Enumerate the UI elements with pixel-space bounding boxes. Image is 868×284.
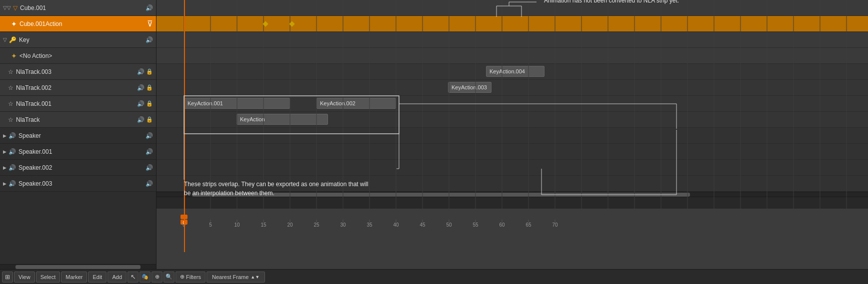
svg-text:40: 40 xyxy=(393,222,399,228)
key-label: Key xyxy=(19,36,144,43)
nlatrack003-mute-icon[interactable]: 🔊 xyxy=(137,68,144,75)
sidebar-scrollbar[interactable] xyxy=(0,264,156,269)
sculpt-tool-button[interactable]: 🎭 xyxy=(140,272,150,283)
sidebar-item-cube001[interactable]: ▽▽ ▽ Cube.001 🔊 xyxy=(0,0,156,16)
sidebar-item-speaker002[interactable]: ▶ 🔊 Speaker.002 🔊 xyxy=(0,160,156,176)
svg-text:60: 60 xyxy=(499,222,505,228)
sidebar-item-speaker003[interactable]: ▶ 🔊 Speaker.003 🔊 xyxy=(0,176,156,192)
no-action-icon: ✦ xyxy=(11,52,17,60)
speaker001-arrow: ▶ xyxy=(3,149,6,154)
timeline-ruler[interactable] xyxy=(156,197,868,209)
speaker003-icon: 🔊 xyxy=(8,180,16,187)
track-row-key xyxy=(156,32,868,48)
track-row-nlatrack xyxy=(156,112,868,128)
svg-text:35: 35 xyxy=(366,222,372,228)
track-row-speaker003 xyxy=(156,176,868,192)
nlatrack-lock-icon[interactable]: 🔒 xyxy=(146,116,153,123)
track-row-nlatrack001 xyxy=(156,96,868,112)
svg-rect-56 xyxy=(180,220,188,225)
cube001-icon: ▽ xyxy=(13,4,18,11)
sidebar-item-nlatrack002[interactable]: ☆ NlaTrack.002 🔊 🔒 xyxy=(0,80,156,96)
svg-text:10: 10 xyxy=(234,222,240,228)
track-row-speaker002 xyxy=(156,160,868,176)
track-row-action xyxy=(156,16,868,32)
speaker001-mute-icon[interactable]: 🔊 xyxy=(146,148,153,155)
layout-icon-button[interactable]: ⊞ xyxy=(2,272,13,283)
svg-text:15: 15 xyxy=(260,222,266,228)
transform-icon: ⊕ xyxy=(155,274,160,280)
nlatrack001-mute-icon[interactable]: 🔊 xyxy=(137,100,144,107)
nlatrack001-label: NlaTrack.001 xyxy=(16,100,135,107)
cube001-label: Cube.001 xyxy=(20,4,144,11)
speaker001-label: Speaker.001 xyxy=(18,148,144,155)
svg-text:65: 65 xyxy=(526,222,532,228)
speaker-mute-icon[interactable]: 🔊 xyxy=(146,132,153,139)
nlatrack003-lock-icon[interactable]: 🔒 xyxy=(146,68,153,75)
content-area: ▽▽ ▽ Cube.001 🔊 ✦ Cube.001Action ⊽ ▽ 🔑 K… xyxy=(0,0,868,269)
timeline-area[interactable]: 0 5 10 15 20 25 30 35 40 45 50 55 60 65 … xyxy=(156,0,868,269)
speaker002-label: Speaker.002 xyxy=(18,164,144,171)
search-icon: 🔍 xyxy=(166,274,172,280)
nearest-frame-label: Nearest Frame xyxy=(212,274,248,280)
nlatrack001-icon: ☆ xyxy=(8,100,14,107)
track-row-nlatrack003 xyxy=(156,64,868,80)
main-container: ▽▽ ▽ Cube.001 🔊 ✦ Cube.001Action ⊽ ▽ 🔑 K… xyxy=(0,0,868,284)
svg-text:20: 20 xyxy=(287,222,293,228)
speaker001-controls: 🔊 xyxy=(146,148,153,155)
key-icon: 🔑 xyxy=(9,36,16,43)
speaker002-mute-icon[interactable]: 🔊 xyxy=(146,164,153,171)
nearest-frame-button[interactable]: Nearest Frame ▲▼ xyxy=(206,272,265,283)
cube001action-expand[interactable]: ⊽ xyxy=(147,19,153,28)
sidebar-item-key[interactable]: ▽ 🔑 Key 🔊 xyxy=(0,32,156,48)
sidebar-item-nlatrack003[interactable]: ☆ NlaTrack.003 🔊 🔒 xyxy=(0,64,156,80)
nlatrack002-lock-icon[interactable]: 🔒 xyxy=(146,84,153,91)
sidebar-item-cube001action[interactable]: ✦ Cube.001Action ⊽ xyxy=(0,16,156,32)
select-label: Select xyxy=(40,274,56,280)
nlatrack-controls: 🔊 🔒 xyxy=(137,116,153,123)
sidebar-item-no-action[interactable]: ✦ <No Action> xyxy=(0,48,156,64)
marker-button[interactable]: Marker xyxy=(61,272,87,283)
filters-label: Filters xyxy=(186,274,201,280)
cube001action-icon: ✦ xyxy=(11,20,17,28)
sidebar-item-nlatrack001[interactable]: ☆ NlaTrack.001 🔊 🔒 xyxy=(0,96,156,112)
sidebar-item-speaker[interactable]: ▶ 🔊 Speaker 🔊 xyxy=(0,128,156,144)
track-row-speaker001 xyxy=(156,144,868,160)
speaker003-arrow: ▶ xyxy=(3,181,6,186)
nlatrack-label: NlaTrack xyxy=(16,116,135,123)
key-controls: 🔊 xyxy=(146,36,153,43)
speaker003-controls: 🔊 xyxy=(146,180,153,187)
cube001-mute-icon[interactable]: 🔊 xyxy=(146,4,153,11)
nlatrack001-controls: 🔊 🔒 xyxy=(137,100,153,107)
transform-tool-button[interactable]: ⊕ xyxy=(152,272,162,283)
track-row-nlatrack002 xyxy=(156,80,868,96)
select-button[interactable]: Select xyxy=(36,272,60,283)
key-mute-icon[interactable]: 🔊 xyxy=(146,36,153,43)
speaker002-arrow: ▶ xyxy=(3,165,6,170)
timeline-scrollbar[interactable] xyxy=(156,192,868,197)
view-button[interactable]: View xyxy=(14,272,35,283)
bottom-bar: ⊞ View Select Marker Edit Add ↖ 🎭 ⊕ 🔍 xyxy=(0,269,868,284)
speaker003-mute-icon[interactable]: 🔊 xyxy=(146,180,153,187)
add-button[interactable]: Add xyxy=(108,272,126,283)
add-label: Add xyxy=(112,274,122,280)
sidebar-item-nlatrack[interactable]: ☆ NlaTrack 🔊 🔒 xyxy=(0,112,156,128)
svg-text:5: 5 xyxy=(209,222,212,228)
select-tool-button[interactable]: ↖ xyxy=(128,272,138,283)
svg-text:50: 50 xyxy=(446,222,452,228)
nlatrack001-lock-icon[interactable]: 🔒 xyxy=(146,100,153,107)
sidebar-item-speaker001[interactable]: ▶ 🔊 Speaker.001 🔊 xyxy=(0,144,156,160)
no-action-label: <No Action> xyxy=(20,52,153,59)
nlatrack002-controls: 🔊 🔒 xyxy=(137,84,153,91)
nlatrack-mute-icon[interactable]: 🔊 xyxy=(137,116,144,123)
sidebar-scrollbar-thumb xyxy=(16,265,140,269)
filters-button[interactable]: ⊕ Filters xyxy=(176,272,206,283)
nlatrack002-mute-icon[interactable]: 🔊 xyxy=(137,84,144,91)
svg-text:30: 30 xyxy=(340,222,346,228)
cube001-controls: 🔊 xyxy=(146,4,153,11)
svg-rect-58 xyxy=(180,215,188,219)
edit-button[interactable]: Edit xyxy=(88,272,106,283)
speaker-label: Speaker xyxy=(18,132,144,139)
search-button[interactable]: 🔍 xyxy=(164,272,174,283)
speaker002-icon: 🔊 xyxy=(8,164,16,171)
nlatrack-icon: ☆ xyxy=(8,116,14,123)
